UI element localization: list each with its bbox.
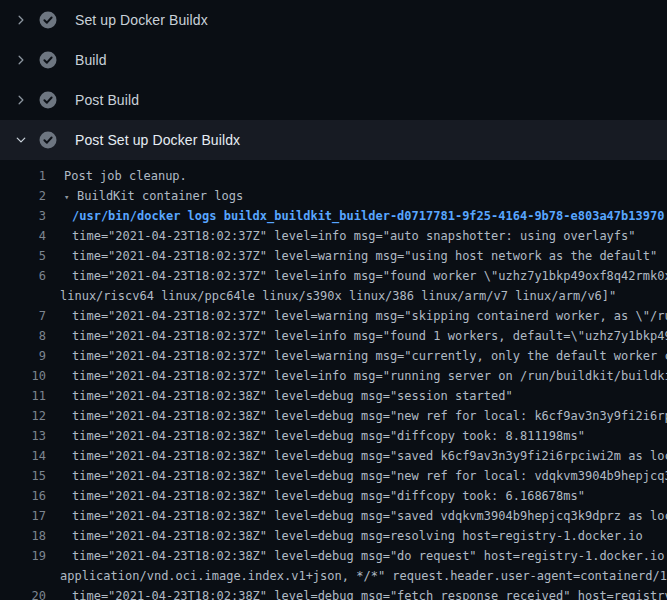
log-line-text: time="2021-04-23T18:02:37Z" level=warnin… xyxy=(72,246,657,266)
log-line-number[interactable]: 4 xyxy=(0,226,46,246)
check-circle-icon xyxy=(39,91,57,109)
log-line-text: time="2021-04-23T18:02:38Z" level=debug … xyxy=(72,446,667,466)
log-line-text: time="2021-04-23T18:02:37Z" level=info m… xyxy=(72,326,667,346)
log-line: 9 time="2021-04-23T18:02:37Z" level=warn… xyxy=(0,346,667,366)
log-line-number[interactable]: 14 xyxy=(0,446,46,466)
log-line: 6 time="2021-04-23T18:02:37Z" level=info… xyxy=(0,266,667,286)
log-line-number[interactable]: 16 xyxy=(0,486,46,506)
log-line-text: time="2021-04-23T18:02:38Z" level=debug … xyxy=(72,586,667,600)
log-line-text: time="2021-04-23T18:02:38Z" level=debug … xyxy=(72,526,643,546)
log-line-text: time="2021-04-23T18:02:37Z" level=warnin… xyxy=(72,306,667,326)
log-line-number[interactable]: 17 xyxy=(0,506,46,526)
log-line-text: time="2021-04-23T18:02:37Z" level=info m… xyxy=(72,266,667,286)
log-line: 16 time="2021-04-23T18:02:38Z" level=deb… xyxy=(0,486,667,506)
group-expand-triangle-icon[interactable]: ▾ xyxy=(64,187,77,206)
log-line-text: time="2021-04-23T18:02:38Z" level=debug … xyxy=(72,486,585,506)
log-line: 5 time="2021-04-23T18:02:37Z" level=warn… xyxy=(0,246,667,266)
log-line-text: time="2021-04-23T18:02:38Z" level=debug … xyxy=(72,406,667,426)
actions-log-viewer: Set up Docker Buildx Build Post Build Po… xyxy=(0,0,667,600)
log-line-text: time="2021-04-23T18:02:38Z" level=debug … xyxy=(72,466,667,486)
log-line: 4 time="2021-04-23T18:02:37Z" level=info… xyxy=(0,226,667,246)
log-line-number[interactable]: 12 xyxy=(0,406,46,426)
log-line-text: linux/riscv64 linux/ppc64le linux/s390x … xyxy=(60,286,616,306)
step-row-post-set-up-docker-buildx[interactable]: Post Set up Docker Buildx xyxy=(0,120,667,160)
log-line-number[interactable]: 13 xyxy=(0,426,46,446)
log-output: 1 Post job cleanup. 2 ▾BuildKit containe… xyxy=(0,160,667,600)
log-line-number xyxy=(0,566,46,586)
log-line-number[interactable]: 11 xyxy=(0,386,46,406)
log-line: 10 time="2021-04-23T18:02:37Z" level=inf… xyxy=(0,366,667,386)
steps-list: Set up Docker Buildx Build Post Build Po… xyxy=(0,0,667,160)
log-line: 17 time="2021-04-23T18:02:38Z" level=deb… xyxy=(0,506,667,526)
log-line: 7 time="2021-04-23T18:02:37Z" level=warn… xyxy=(0,306,667,326)
log-line-number[interactable]: 2 xyxy=(0,186,46,206)
log-group-toggle[interactable]: 2 ▾BuildKit container logs xyxy=(0,186,667,206)
chevron-right-icon[interactable] xyxy=(13,12,29,28)
chevron-down-icon[interactable] xyxy=(13,132,29,148)
step-title: Set up Docker Buildx xyxy=(75,12,208,28)
step-row-build[interactable]: Build xyxy=(0,40,667,80)
log-line: 1 Post job cleanup. xyxy=(0,166,667,186)
log-line-text: time="2021-04-23T18:02:37Z" level=warnin… xyxy=(72,346,667,366)
log-line-text: time="2021-04-23T18:02:37Z" level=info m… xyxy=(72,366,667,386)
step-row-set-up-docker-buildx[interactable]: Set up Docker Buildx xyxy=(0,0,667,40)
log-line-command: 3 /usr/bin/docker logs buildx_buildkit_b… xyxy=(0,206,667,226)
step-title: Post Set up Docker Buildx xyxy=(75,132,240,148)
log-line-text: time="2021-04-23T18:02:38Z" level=debug … xyxy=(72,546,667,566)
log-line: application/vnd.oci.image.index.v1+json,… xyxy=(0,566,667,586)
log-group-label: BuildKit container logs xyxy=(77,189,243,203)
step-title: Build xyxy=(75,52,107,68)
log-line-number[interactable]: 5 xyxy=(0,246,46,266)
log-line: 18 time="2021-04-23T18:02:38Z" level=deb… xyxy=(0,526,667,546)
log-line-number[interactable]: 8 xyxy=(0,326,46,346)
log-line-number[interactable]: 7 xyxy=(0,306,46,326)
log-line-text: /usr/bin/docker logs buildx_buildkit_bui… xyxy=(72,206,664,226)
log-line: linux/riscv64 linux/ppc64le linux/s390x … xyxy=(0,286,667,306)
check-circle-icon xyxy=(39,11,57,29)
log-line-number[interactable]: 18 xyxy=(0,526,46,546)
log-line-number[interactable]: 19 xyxy=(0,546,46,566)
log-line-number[interactable]: 9 xyxy=(0,346,46,366)
log-line-number[interactable]: 15 xyxy=(0,466,46,486)
log-line-number[interactable]: 10 xyxy=(0,366,46,386)
log-line: 14 time="2021-04-23T18:02:38Z" level=deb… xyxy=(0,446,667,466)
check-circle-icon xyxy=(39,131,57,149)
chevron-right-icon[interactable] xyxy=(13,52,29,68)
log-line: 15 time="2021-04-23T18:02:38Z" level=deb… xyxy=(0,466,667,486)
log-line: 8 time="2021-04-23T18:02:37Z" level=info… xyxy=(0,326,667,346)
log-line-number[interactable]: 1 xyxy=(0,166,46,186)
chevron-right-icon[interactable] xyxy=(13,92,29,108)
step-row-post-build[interactable]: Post Build xyxy=(0,80,667,120)
log-line: 20 time="2021-04-23T18:02:38Z" level=deb… xyxy=(0,586,667,600)
log-line-number[interactable]: 20 xyxy=(0,586,46,600)
check-circle-icon xyxy=(39,51,57,69)
log-line: 19 time="2021-04-23T18:02:38Z" level=deb… xyxy=(0,546,667,566)
log-line: 12 time="2021-04-23T18:02:38Z" level=deb… xyxy=(0,406,667,426)
log-line-text: Post job cleanup. xyxy=(64,166,187,186)
log-line-number xyxy=(0,286,46,306)
log-line: 11 time="2021-04-23T18:02:38Z" level=deb… xyxy=(0,386,667,406)
log-line-text: time="2021-04-23T18:02:38Z" level=debug … xyxy=(72,426,585,446)
log-line-text: time="2021-04-23T18:02:38Z" level=debug … xyxy=(72,506,667,526)
log-line-text: time="2021-04-23T18:02:38Z" level=debug … xyxy=(72,386,513,406)
step-title: Post Build xyxy=(75,92,139,108)
log-line-number[interactable]: 6 xyxy=(0,266,46,286)
log-line-text: time="2021-04-23T18:02:37Z" level=info m… xyxy=(72,226,636,246)
log-line-text: ▾BuildKit container logs xyxy=(64,186,243,206)
log-line-number[interactable]: 3 xyxy=(0,206,46,226)
log-line: 13 time="2021-04-23T18:02:38Z" level=deb… xyxy=(0,426,667,446)
log-line-text: application/vnd.oci.image.index.v1+json,… xyxy=(60,566,667,586)
